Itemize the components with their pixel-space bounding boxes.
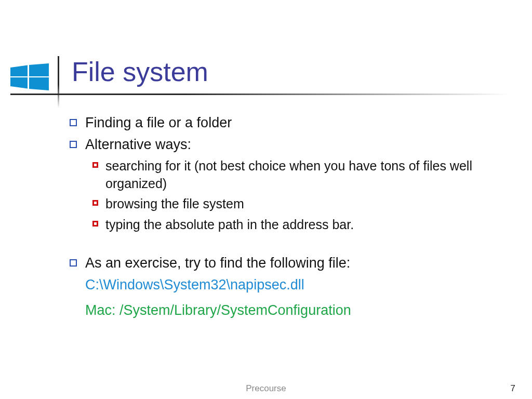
bullet-alternative: Alternative ways: bbox=[70, 135, 501, 154]
page-number: 7 bbox=[511, 383, 515, 394]
bullet-text: As an exercise, try to find the followin… bbox=[85, 254, 350, 272]
footer-label: Precourse bbox=[0, 383, 532, 394]
slide: File system Finding a file or a folder A… bbox=[0, 0, 532, 399]
square-bullet-icon bbox=[92, 162, 98, 168]
spacer bbox=[70, 237, 501, 254]
bullet-text: Finding a file or a folder bbox=[85, 113, 232, 132]
bullet-browsing: browsing the file system bbox=[92, 195, 501, 213]
bullet-typing: typing the absolute path in the address … bbox=[92, 216, 501, 234]
bullet-finding: Finding a file or a folder bbox=[70, 113, 501, 132]
windows-path: C:\Windows\System32\napipsec.dll bbox=[85, 275, 501, 294]
title-vertical-divider bbox=[58, 56, 59, 108]
slide-title: File system bbox=[72, 56, 208, 87]
square-bullet-icon bbox=[92, 200, 98, 206]
bullet-exercise: As an exercise, try to find the followin… bbox=[70, 254, 501, 272]
bullet-text: Alternative ways: bbox=[85, 135, 191, 154]
square-bullet-icon bbox=[70, 259, 77, 267]
bullet-text: searching for it (not best choice when y… bbox=[105, 157, 501, 193]
bullet-text: typing the absolute path in the address … bbox=[105, 216, 354, 234]
square-bullet-icon bbox=[70, 119, 77, 126]
windows-logo-icon bbox=[10, 63, 49, 90]
title-horizontal-divider bbox=[10, 94, 509, 95]
svg-marker-1 bbox=[29, 63, 49, 76]
mac-path: Mac: /System/Library/SystemConfiguration bbox=[85, 301, 501, 320]
square-bullet-icon bbox=[70, 141, 77, 148]
bullet-text: browsing the file system bbox=[105, 195, 244, 213]
square-bullet-icon bbox=[92, 221, 98, 227]
bullet-searching: searching for it (not best choice when y… bbox=[92, 157, 501, 193]
content-area: Finding a file or a folder Alternative w… bbox=[70, 113, 501, 320]
svg-marker-3 bbox=[29, 77, 49, 90]
svg-marker-0 bbox=[10, 65, 28, 77]
svg-marker-2 bbox=[10, 77, 28, 89]
